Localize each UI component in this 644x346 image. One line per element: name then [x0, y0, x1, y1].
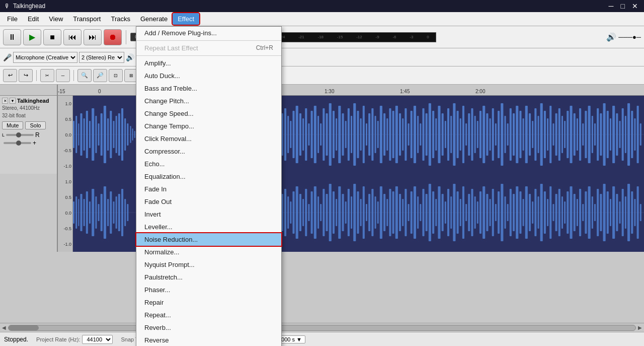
menubar: File Edit View Transport Tracks Generate… — [0, 12, 644, 26]
solo-button[interactable]: Solo — [25, 121, 45, 129]
svg-rect-81 — [305, 108, 307, 161]
scroll-thumb[interactable] — [9, 325, 39, 330]
menu-auto-duck[interactable]: Auto Duck... — [136, 70, 281, 82]
zoom-out-button[interactable]: 🔎 — [93, 69, 107, 82]
fit-button[interactable]: ⊡ — [109, 69, 123, 82]
effect-dropdown-menu: Add / Remove Plug-ins... Repeat Last Eff… — [136, 26, 282, 346]
rewind-button[interactable]: ⏮ — [63, 29, 82, 45]
track-1: ✕ ▼ Talkinghead Stereo, 44100Hz 32-bit f… — [0, 96, 644, 174]
menu-reverse[interactable]: Reverse — [136, 334, 281, 346]
svg-rect-75 — [287, 116, 289, 153]
menu-compressor[interactable]: Compressor... — [136, 145, 281, 158]
project-rate-select[interactable]: 44100 — [82, 335, 113, 344]
menu-invert[interactable]: Invert — [136, 208, 281, 221]
svg-rect-119 — [420, 123, 421, 146]
microphone-select[interactable]: Microphone (Creative — [13, 52, 77, 63]
trim-button[interactable]: ✂ — [40, 69, 54, 82]
mute-button[interactable]: Mute — [2, 121, 23, 129]
svg-rect-76 — [290, 121, 291, 148]
track-1-close[interactable]: ✕ — [2, 98, 8, 104]
menu-paulstretch[interactable]: Paulstretch... — [136, 271, 281, 284]
scroll-left-button[interactable]: ◀ — [2, 325, 6, 330]
menu-transport[interactable]: Transport — [68, 13, 106, 25]
menu-view[interactable]: View — [44, 13, 68, 25]
track-1-info: ✕ ▼ Talkinghead Stereo, 44100Hz 32-bit f… — [0, 96, 58, 174]
pan-plus[interactable]: + — [33, 140, 36, 147]
menu-file[interactable]: File — [2, 13, 23, 25]
svg-rect-82 — [308, 123, 309, 146]
close-button[interactable]: ✕ — [630, 2, 640, 10]
menu-phaser[interactable]: Phaser... — [136, 284, 281, 296]
svg-rect-341 — [519, 191, 521, 234]
track-1-dropdown[interactable]: ▼ — [10, 98, 16, 104]
menu-change-tempo[interactable]: Change Tempo... — [136, 120, 281, 132]
svg-rect-191 — [637, 106, 639, 163]
svg-rect-293 — [374, 196, 376, 229]
svg-rect-74 — [284, 108, 286, 161]
menu-generate[interactable]: Generate — [135, 13, 173, 25]
menu-tracks[interactable]: Tracks — [106, 13, 135, 25]
menu-amplify[interactable]: Amplify... — [136, 57, 281, 70]
svg-rect-264 — [287, 196, 289, 229]
menu-add-remove-plugins[interactable]: Add / Remove Plug-ins... — [136, 27, 281, 39]
volume-slider-track[interactable] — [6, 134, 34, 136]
svg-rect-134 — [465, 123, 467, 146]
svg-rect-326 — [474, 196, 476, 229]
svg-rect-368 — [600, 194, 602, 231]
svg-rect-366 — [594, 204, 596, 221]
menu-change-pitch[interactable]: Change Pitch... — [136, 95, 281, 107]
svg-rect-363 — [585, 191, 587, 234]
pause-button[interactable]: ⏸ — [3, 29, 21, 45]
menu-click-removal[interactable]: Click Removal... — [136, 132, 281, 145]
minimize-button[interactable]: ─ — [607, 2, 616, 10]
menu-equalization[interactable]: Equalization... — [136, 170, 281, 183]
project-rate-field: Project Rate (Hz): 44100 — [36, 335, 113, 344]
svg-rect-14 — [107, 118, 109, 151]
stop-button[interactable]: ■ — [43, 29, 61, 45]
svg-rect-274 — [317, 196, 319, 229]
svg-rect-316 — [445, 201, 446, 224]
scroll-track[interactable] — [8, 325, 636, 331]
menu-reverb[interactable]: Reverb... — [136, 321, 281, 334]
svg-rect-367 — [597, 189, 599, 236]
svg-rect-87 — [323, 108, 325, 161]
menu-noise-reduction[interactable]: Noise Reduction... — [136, 233, 281, 246]
menu-repair[interactable]: Repair — [136, 296, 281, 309]
scroll-right-button[interactable]: ▶ — [638, 325, 642, 330]
fastforward-button[interactable]: ⏭ — [84, 29, 102, 45]
svg-rect-296 — [383, 194, 385, 231]
silence-button[interactable]: ─ — [56, 69, 70, 82]
svg-rect-173 — [582, 123, 584, 146]
redo-button[interactable]: ↪ — [19, 69, 33, 82]
play-button[interactable]: ▶ — [23, 29, 41, 45]
volume-slider[interactable]: ───●─ — [618, 33, 641, 41]
menu-repeat[interactable]: Repeat... — [136, 309, 281, 321]
vol-plus[interactable]: R — [35, 131, 40, 139]
svg-rect-362 — [582, 204, 584, 221]
svg-rect-312 — [432, 191, 434, 234]
menu-change-speed[interactable]: Change Speed... — [136, 107, 281, 120]
menu-normalize[interactable]: Normalize... — [136, 246, 281, 258]
record-button[interactable]: ⏺ — [104, 29, 122, 45]
menu-bass-treble[interactable]: Bass and Treble... — [136, 82, 281, 95]
svg-rect-343 — [525, 186, 528, 239]
svg-rect-370 — [607, 191, 609, 234]
channel-select[interactable]: 2 (Stereo) Re — [79, 52, 124, 63]
menu-leveller[interactable]: Leveller... — [136, 221, 281, 233]
svg-rect-211 — [118, 194, 120, 231]
undo-button[interactable]: ↩ — [3, 69, 17, 82]
menu-effect[interactable]: Effect — [173, 13, 199, 25]
menu-fade-in[interactable]: Fade In — [136, 183, 281, 195]
svg-rect-313 — [435, 199, 437, 226]
zoom-in-button[interactable]: 🔍 — [77, 69, 92, 82]
volume-icon[interactable]: 🔊 — [606, 32, 616, 42]
svg-rect-166 — [561, 116, 563, 153]
menu-fade-out[interactable]: Fade Out — [136, 195, 281, 208]
svg-rect-88 — [326, 113, 328, 156]
pan-slider-track[interactable] — [4, 142, 31, 144]
menu-edit[interactable]: Edit — [23, 13, 44, 25]
svg-rect-299 — [392, 191, 394, 234]
menu-echo[interactable]: Echo... — [136, 158, 281, 170]
menu-nyquist-prompt[interactable]: Nyquist Prompt... — [136, 258, 281, 271]
maximize-button[interactable]: □ — [619, 2, 627, 10]
